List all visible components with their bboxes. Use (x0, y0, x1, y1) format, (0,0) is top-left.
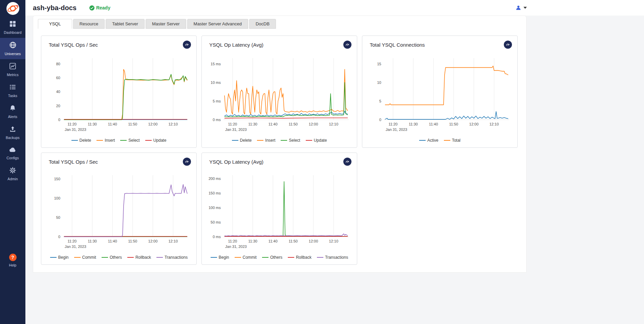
legend-swatch (127, 257, 134, 258)
svg-text:100 ms: 100 ms (209, 206, 221, 210)
sidebar-item-help[interactable]: ? Help (0, 250, 25, 271)
legend-item-insert[interactable]: Insert (96, 138, 115, 143)
chart-title: YSQL Op Latency (Avg) (209, 42, 263, 48)
metric-gauge-icon[interactable] (183, 158, 191, 166)
legend-item-others[interactable]: Others (262, 255, 282, 260)
svg-text:11:30: 11:30 (88, 122, 97, 126)
bell-icon (9, 105, 16, 113)
svg-text:11:40: 11:40 (108, 239, 117, 243)
svg-text:11:40: 11:40 (429, 122, 438, 126)
legend-item-insert[interactable]: Insert (257, 138, 275, 143)
legend-label: Update (153, 138, 167, 143)
legend-item-delete[interactable]: Delete (71, 138, 91, 143)
legend-item-begin[interactable]: Begin (211, 255, 229, 260)
legend-item-total[interactable]: Total (444, 138, 460, 143)
yugabyte-logo-image (6, 2, 20, 15)
legend-label: Commit (243, 255, 257, 260)
chart-plot: 11:2011:3011:4011:5012:0012:10Jan 31, 20… (207, 54, 352, 137)
legend-label: Update (314, 138, 327, 143)
metric-gauge-icon[interactable] (183, 41, 191, 49)
tab-master-server-advanced[interactable]: Master Server Advanced (187, 19, 248, 29)
sidebar-item-backups[interactable]: Backups (0, 122, 25, 143)
legend-label: Commit (82, 255, 96, 260)
help-icon: ? (9, 254, 17, 261)
legend-label: Delete (240, 138, 252, 143)
legend-item-others[interactable]: Others (102, 255, 122, 260)
legend-item-begin[interactable]: Begin (50, 255, 69, 260)
user-menu-button[interactable] (515, 0, 527, 16)
legend-label: Total (452, 138, 460, 143)
tab-resource[interactable]: Resource (73, 19, 105, 29)
svg-text:100: 100 (54, 196, 60, 200)
metric-gauge-icon[interactable] (343, 158, 351, 166)
legend-swatch (306, 140, 312, 141)
svg-text:12:00: 12:00 (148, 122, 158, 126)
metric-gauge-icon[interactable] (343, 41, 351, 49)
svg-text:Jan 31, 2023: Jan 31, 2023 (225, 245, 247, 249)
sidebar-item-label: Help (9, 263, 17, 267)
chart-legend: BeginCommitOthersRollbackTransactions (207, 255, 352, 260)
chart-title: YSQL Op Latency (Avg) (209, 159, 263, 165)
legend-item-select[interactable]: Select (120, 138, 139, 143)
chart-title: Total YSQL Connections (370, 42, 425, 48)
legend-item-transactions[interactable]: Transactions (317, 255, 348, 260)
chart-title: Total YSQL Ops / Sec (49, 42, 98, 48)
chart-title: Total YSQL Ops / Sec (49, 159, 98, 165)
svg-text:11:50: 11:50 (289, 239, 298, 243)
metrics-icon (9, 63, 16, 71)
sidebar: Dashboard Universes Metrics Tasks Alerts… (0, 0, 25, 324)
legend-swatch (317, 257, 323, 258)
svg-text:15: 15 (377, 62, 381, 66)
legend-swatch (262, 257, 269, 258)
svg-text:11:20: 11:20 (228, 239, 237, 243)
legend-swatch (71, 140, 78, 141)
svg-text:12:00: 12:00 (309, 122, 318, 126)
legend-label: Others (110, 255, 122, 260)
legend-item-update[interactable]: Update (306, 138, 327, 143)
svg-text:40: 40 (56, 90, 60, 94)
chart-card-ysql-op-latency-transactions: YSQL Op Latency (Avg) 11:2011:3011:4011:… (201, 153, 357, 265)
gear-icon (9, 167, 16, 175)
yugabyte-logo[interactable] (0, 0, 25, 17)
metrics-tab-bar: YSQL Resource Tablet Server Master Serve… (33, 16, 526, 29)
legend-swatch (96, 140, 103, 141)
svg-text:0: 0 (58, 118, 60, 122)
svg-text:11:30: 11:30 (409, 122, 418, 126)
legend-label: Insert (265, 138, 275, 143)
legend-item-rollback[interactable]: Rollback (127, 255, 151, 260)
legend-item-commit[interactable]: Commit (235, 255, 257, 260)
legend-swatch (281, 140, 287, 141)
tab-docdb[interactable]: DocDB (249, 19, 276, 29)
tab-tablet-server[interactable]: Tablet Server (106, 19, 145, 29)
legend-item-delete[interactable]: Delete (232, 138, 252, 143)
sidebar-item-dashboard[interactable]: Dashboard (0, 17, 25, 38)
legend-item-transactions[interactable]: Transactions (156, 255, 188, 260)
tab-ysql[interactable]: YSQL (38, 19, 72, 29)
svg-text:50: 50 (56, 215, 60, 219)
svg-text:11:20: 11:20 (388, 122, 398, 126)
page-title: ash-yba-docs (33, 4, 77, 12)
legend-item-select[interactable]: Select (281, 138, 300, 143)
sidebar-item-label: Tasks (8, 94, 17, 98)
sidebar-item-universes[interactable]: Universes (0, 38, 25, 59)
legend-swatch (74, 257, 81, 258)
metric-gauge-icon[interactable] (504, 41, 512, 49)
sidebar-item-alerts[interactable]: Alerts (0, 101, 25, 122)
sidebar-item-configs[interactable]: Configs (0, 143, 25, 163)
sidebar-item-label: Dashboard (4, 30, 21, 34)
status-text: Ready (96, 5, 110, 10)
legend-item-update[interactable]: Update (145, 138, 167, 143)
legend-item-rollback[interactable]: Rollback (288, 255, 312, 260)
legend-swatch (444, 140, 450, 141)
sidebar-item-metrics[interactable]: Metrics (0, 59, 25, 80)
upload-icon (9, 126, 16, 134)
sidebar-item-tasks[interactable]: Tasks (0, 80, 25, 101)
legend-label: Delete (80, 138, 91, 143)
legend-item-commit[interactable]: Commit (74, 255, 96, 260)
svg-text:60: 60 (56, 76, 60, 80)
chart-card-total-ysql-ops: Total YSQL Ops / Sec 11:2011:3011:4011:5… (41, 36, 197, 148)
tab-master-server[interactable]: Master Server (146, 19, 186, 29)
legend-label: Transactions (165, 255, 188, 260)
legend-item-active[interactable]: Active (419, 138, 438, 143)
sidebar-item-admin[interactable]: Admin (0, 163, 25, 184)
